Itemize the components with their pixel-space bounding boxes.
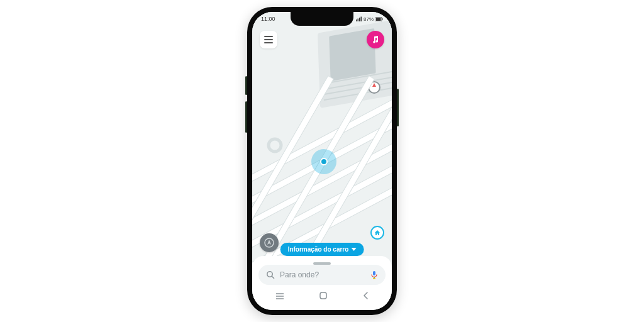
recenter-button[interactable] bbox=[260, 233, 279, 252]
svg-rect-6 bbox=[376, 18, 381, 21]
volume-up-hw bbox=[245, 76, 247, 95]
home-icon bbox=[374, 229, 381, 236]
nav-back-button[interactable] bbox=[362, 291, 369, 303]
svg-rect-1 bbox=[356, 19, 357, 21]
status-time: 11:00 bbox=[261, 16, 275, 22]
car-info-label: Informação do carro bbox=[288, 246, 349, 253]
volume-down-hw bbox=[245, 101, 247, 133]
bottom-sheet-handle[interactable] bbox=[313, 262, 331, 265]
svg-rect-26 bbox=[320, 292, 326, 299]
svg-rect-4 bbox=[360, 17, 362, 22]
current-location-dot bbox=[320, 158, 328, 165]
battery-icon bbox=[375, 17, 383, 21]
music-button[interactable] bbox=[367, 31, 384, 48]
menu-button[interactable] bbox=[260, 31, 277, 48]
phone-frame: 11:00 87% bbox=[247, 7, 397, 315]
car-info-pill[interactable]: Informação do carro bbox=[280, 243, 364, 256]
svg-line-19 bbox=[272, 276, 274, 278]
navigation-arrow-icon bbox=[264, 238, 274, 248]
search-placeholder: Para onde? bbox=[280, 270, 365, 279]
voice-search-icon[interactable] bbox=[370, 270, 378, 279]
svg-rect-2 bbox=[357, 19, 358, 22]
nav-home-button[interactable] bbox=[319, 291, 328, 303]
svg-rect-7 bbox=[382, 18, 383, 20]
signal-icon bbox=[356, 16, 362, 21]
svg-rect-20 bbox=[373, 271, 375, 275]
search-icon bbox=[266, 270, 275, 279]
notch bbox=[291, 12, 353, 26]
screen: 11:00 87% bbox=[252, 12, 392, 310]
home-shortcut-button[interactable] bbox=[370, 226, 384, 240]
svg-rect-3 bbox=[359, 18, 360, 21]
search-bar[interactable]: Para onde? bbox=[258, 265, 386, 285]
power-hw bbox=[397, 89, 399, 126]
android-navbar bbox=[258, 289, 386, 305]
music-note-icon bbox=[371, 35, 380, 44]
svg-point-16 bbox=[269, 139, 281, 152]
nav-recents-button[interactable] bbox=[275, 291, 284, 303]
battery-pct: 87% bbox=[364, 16, 374, 22]
hamburger-icon bbox=[264, 36, 273, 37]
